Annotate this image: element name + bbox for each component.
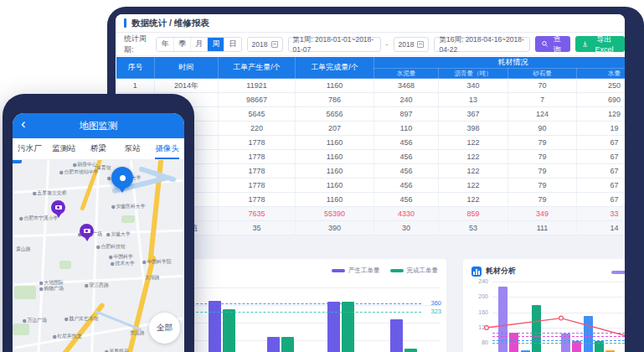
map-label: 太湖路 [145, 275, 160, 282]
table-cell: 124 [508, 107, 577, 122]
table-cell: 1160 [296, 193, 374, 207]
legend-item[interactable]: 完成工单量 [390, 267, 439, 275]
search-button-label: 查询 [551, 34, 564, 55]
table-cell: 1160 [296, 79, 374, 93]
period-option-日[interactable]: 日 [224, 38, 240, 51]
sub-column-header: 水量 [577, 69, 626, 79]
reference-line [492, 336, 625, 337]
consumable-chart-card: 耗材分析 2402001601208040 [463, 259, 625, 352]
period-label: 统计周期: [124, 34, 151, 55]
legend-item[interactable]: 产生工单量 [332, 267, 380, 275]
table-cell: 1160 [296, 150, 374, 164]
period-option-周[interactable]: 周 [207, 38, 224, 51]
map-view[interactable]: › 朗香中心合肥市琥珀中学体育馆安徽交通大学五里墩立交桥安徽医科大学合肥市宁溪小… [13, 160, 184, 352]
search-button[interactable]: 查询 [535, 36, 569, 52]
bar-完成工单量 [281, 337, 294, 352]
gridline [492, 313, 625, 313]
table-cell: 207 [296, 122, 374, 136]
phone-tab-摄像头[interactable]: 摄像头 [150, 138, 184, 159]
table-cell: 7635 [219, 207, 296, 221]
table-cell: 1160 [296, 164, 374, 179]
column-header: 序号 [116, 57, 155, 79]
table-cell: 349 [508, 207, 577, 221]
table-cell: 3468 [374, 79, 439, 93]
back-chevron-icon[interactable]: ‹ [21, 116, 26, 132]
reference-line-label: 360 [430, 299, 441, 307]
column-header: 工单完成量/个 [296, 57, 374, 79]
week-start-field[interactable]: 第1周: 2018-01-01~2018-01-07 [288, 37, 381, 52]
table-cell: 67 [577, 164, 626, 179]
table-cell: 122 [439, 164, 508, 179]
show-all-button[interactable]: 全部 [149, 313, 180, 344]
table-cell: 367 [439, 107, 508, 122]
table-cell: 33 [577, 207, 626, 221]
legend-label: 产生工单量 [348, 267, 380, 275]
map-label: 合肥市宁溪小学 [19, 215, 58, 222]
table-cell: 456 [374, 164, 439, 179]
map-label: 安徽大学 [106, 231, 131, 238]
gridline [492, 297, 625, 298]
year-start-select[interactable]: 2018 [247, 37, 283, 52]
table-cell: 690 [577, 93, 626, 107]
table-cell: 110 [374, 122, 439, 136]
phone-tab-污水厂[interactable]: 污水厂 [13, 138, 47, 159]
table-cell: 79 [508, 136, 577, 150]
magnifier-icon [542, 40, 548, 48]
map-label: 购物广场 [39, 286, 64, 292]
camera-pin[interactable] [51, 200, 65, 215]
table-cell: 859 [439, 207, 508, 221]
reference-line [492, 343, 625, 344]
table-cell: 122 [439, 193, 508, 207]
map-label: 体育馆 [96, 165, 111, 172]
bar-完成工单量 [342, 302, 354, 352]
panel-expander[interactable]: › [13, 160, 22, 163]
range-separator: - [386, 40, 389, 49]
period-option-年[interactable]: 年 [157, 38, 173, 51]
year-end-select[interactable]: 2018 [394, 37, 430, 52]
camera-pin[interactable] [80, 224, 94, 238]
sub-column-header: 砂石量 [508, 69, 577, 79]
consumable-chart-plot: 2402001601208040 [463, 259, 625, 352]
trend-line-layer [463, 259, 625, 352]
export-button-label: 导出Excel [590, 34, 618, 54]
map-label: 东流路 [130, 330, 145, 337]
table-cell: 340 [439, 79, 508, 93]
table-cell: 7 [508, 93, 577, 107]
breadcrumb-accent-bar [124, 18, 126, 28]
table-cell: 14 [577, 221, 626, 236]
table-cell: 1778 [219, 150, 296, 164]
legend-swatch [390, 269, 404, 272]
week-end-field[interactable]: 第16周: 2018-04-16~2018-04-22 [434, 37, 530, 52]
table-cell: 67 [577, 150, 626, 164]
table-cell: 1778 [219, 136, 296, 150]
phone-tab-监测站[interactable]: 监测站 [47, 138, 81, 159]
map-label: 安徽医科大学 [111, 204, 146, 210]
table-cell: 13 [439, 93, 508, 107]
table-cell: 79 [508, 179, 577, 193]
phone-page-title: 地图监测 [80, 120, 118, 132]
selected-camera-pin[interactable] [111, 167, 133, 189]
phone-tab-泵站[interactable]: 泵站 [116, 138, 150, 159]
map-label: 黄山路 [16, 246, 31, 253]
bar-产生工单量 [267, 337, 280, 352]
table-cell: 53 [439, 221, 508, 236]
calendar-icon [271, 41, 278, 48]
phone-tab-桥梁[interactable]: 桥梁 [81, 138, 116, 159]
chart-legend: 产生工单量完成工单量 [332, 267, 438, 275]
period-segmented-control: 年季月周日 [156, 37, 241, 52]
table-cell: 1160 [296, 136, 374, 150]
period-option-月[interactable]: 月 [190, 38, 207, 51]
sub-column-header: 沥青量（吨） [439, 69, 508, 79]
table-cell: 250 [577, 79, 626, 93]
table-row: 12014年119211160346834070250 [116, 79, 626, 93]
table-cell: 19 [577, 122, 626, 136]
map-label: 望江西路 [85, 282, 109, 289]
filter-bar: 统计周期: 年季月周日 2018 第1周: 2018-01-01~2018-01… [116, 33, 625, 56]
bar-完成工单量 [223, 309, 235, 352]
table-cell: 1778 [219, 164, 296, 179]
export-excel-button[interactable]: 导出Excel [575, 36, 625, 52]
reference-line [492, 340, 625, 341]
table-cell: 456 [374, 179, 439, 193]
period-option-季[interactable]: 季 [173, 38, 190, 51]
phone-header: ‹ 地图监测 [13, 113, 184, 138]
